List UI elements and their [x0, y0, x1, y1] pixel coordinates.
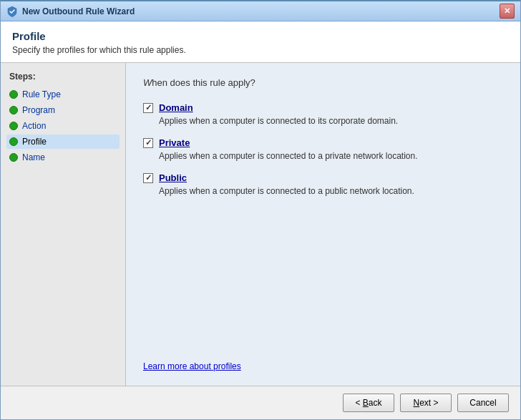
wizard-window: New Outbound Rule Wizard ✕ Profile Speci… [0, 0, 521, 420]
step-dot-program [9, 106, 18, 114]
sidebar-item-label-profile: Profile [22, 137, 47, 147]
cancel-button[interactable]: Cancel [457, 394, 509, 412]
private-description: Applies when a computer is connected to … [159, 151, 503, 161]
step-dot-action [9, 122, 18, 130]
question-text: When does this rule apply? [143, 77, 503, 88]
sidebar-item-label-name: Name [22, 152, 45, 162]
page-header: Profile Specify the profiles for which t… [1, 21, 520, 63]
private-option-header: Private [143, 137, 503, 148]
sidebar-item-program[interactable]: Program [6, 103, 120, 117]
domain-label[interactable]: Domain [159, 102, 193, 113]
public-option-header: Public [143, 172, 503, 183]
content-area: Steps: Rule Type Program Action Profile … [1, 63, 520, 386]
learn-more-area: Learn more about profiles [143, 352, 503, 371]
close-button[interactable]: ✕ [500, 4, 515, 19]
app-icon [6, 6, 18, 17]
private-option-group: Private Applies when a computer is conne… [143, 137, 503, 161]
sidebar-item-label-action: Action [22, 121, 46, 131]
title-bar: New Outbound Rule Wizard ✕ [1, 1, 520, 21]
sidebar-item-profile[interactable]: Profile [6, 135, 120, 149]
domain-option-header: Domain [143, 102, 503, 113]
back-button[interactable]: < Back [343, 394, 394, 412]
sidebar-item-rule-type[interactable]: Rule Type [6, 87, 120, 102]
sidebar-item-label-program: Program [22, 105, 55, 115]
domain-description: Applies when a computer is connected to … [159, 116, 503, 126]
next-button[interactable]: Next > [400, 394, 452, 412]
public-option-group: Public Applies when a computer is connec… [143, 172, 503, 196]
learn-more-link[interactable]: Learn more about profiles [143, 361, 241, 371]
title-bar-text: New Outbound Rule Wizard [22, 6, 500, 16]
public-description: Applies when a computer is connected to … [159, 186, 503, 196]
sidebar-item-name[interactable]: Name [6, 150, 120, 165]
domain-option-group: Domain Applies when a computer is connec… [143, 102, 503, 126]
footer: < Back Next > Cancel [1, 386, 520, 419]
private-checkbox[interactable] [143, 138, 153, 148]
steps-label: Steps: [6, 72, 120, 82]
step-dot-profile [9, 137, 18, 146]
public-label[interactable]: Public [159, 172, 187, 183]
public-checkbox[interactable] [143, 173, 153, 183]
page-title: Profile [12, 30, 509, 42]
sidebar-item-label-rule-type: Rule Type [22, 89, 61, 99]
question-when: W [143, 77, 152, 88]
private-label[interactable]: Private [159, 137, 190, 148]
sidebar-item-action[interactable]: Action [6, 119, 120, 133]
steps-sidebar: Steps: Rule Type Program Action Profile … [1, 63, 126, 386]
page-subtitle: Specify the profiles for which this rule… [12, 45, 509, 55]
step-dot-name [9, 153, 18, 162]
main-panel: When does this rule apply? Domain Applie… [126, 63, 520, 386]
domain-checkbox[interactable] [143, 103, 153, 113]
step-dot-rule-type [9, 90, 18, 99]
